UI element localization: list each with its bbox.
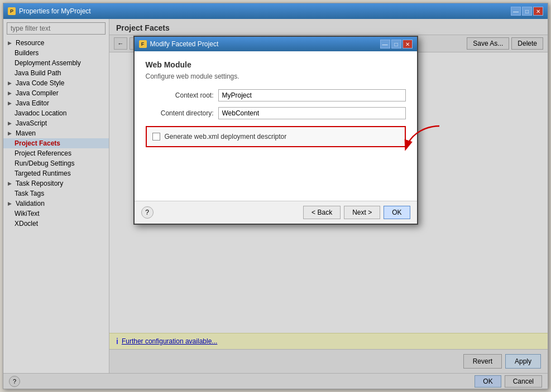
- modal-overlay: F Modify Faceted Project — □ ✕ Web Modul…: [3, 19, 548, 389]
- title-bar-left: P Properties for MyProject: [8, 7, 91, 15]
- window-icon: P: [8, 7, 16, 15]
- modal-description: Configure web module settings.: [146, 72, 406, 80]
- modal-help-button[interactable]: ?: [141, 206, 154, 219]
- modal-spacer: [146, 147, 406, 192]
- modal-section-title: Web Module: [146, 60, 406, 69]
- window-title: Properties for MyProject: [19, 7, 91, 15]
- maximize-button[interactable]: □: [522, 7, 532, 16]
- content-dir-row: Content directory:: [146, 107, 406, 119]
- context-root-label: Context root:: [146, 91, 218, 99]
- modal-dialog: F Modify Faceted Project — □ ✕ Web Modul…: [133, 36, 418, 225]
- modal-title-left: F Modify Faceted Project: [139, 40, 219, 48]
- modal-controls: — □ ✕: [380, 40, 413, 49]
- title-controls: — □ ✕: [511, 7, 543, 16]
- context-root-row: Context root:: [146, 89, 406, 101]
- modal-footer: ? < Back Next > OK: [135, 201, 417, 224]
- close-button[interactable]: ✕: [533, 7, 543, 16]
- modal-close-button[interactable]: ✕: [403, 40, 413, 49]
- main-window: P Properties for MyProject — □ ✕ ▶ Resou…: [3, 3, 548, 389]
- minimize-button[interactable]: —: [511, 7, 521, 16]
- generate-webxml-area: Generate web.xml deployment descriptor: [146, 126, 406, 147]
- title-bar: P Properties for MyProject — □ ✕: [3, 3, 548, 19]
- context-root-input[interactable]: [218, 89, 406, 101]
- modal-body: Web Module Configure web module settings…: [135, 51, 417, 201]
- content-dir-label: Content directory:: [146, 109, 218, 117]
- modal-ok-button[interactable]: OK: [384, 206, 410, 219]
- modal-icon: F: [139, 40, 147, 48]
- modal-title-bar: F Modify Faceted Project — □ ✕: [135, 37, 417, 51]
- generate-webxml-label: Generate web.xml deployment descriptor: [165, 133, 287, 141]
- modal-action-buttons: < Back Next > OK: [303, 206, 410, 219]
- next-button[interactable]: Next >: [344, 206, 380, 219]
- content-dir-input[interactable]: [218, 107, 406, 119]
- back-button[interactable]: < Back: [303, 206, 341, 219]
- generate-webxml-checkbox[interactable]: [152, 133, 160, 141]
- modal-maximize-button[interactable]: □: [391, 40, 401, 49]
- modal-title: Modify Faceted Project: [150, 40, 219, 48]
- modal-minimize-button[interactable]: —: [380, 40, 390, 49]
- red-arrow-annotation: [400, 120, 445, 165]
